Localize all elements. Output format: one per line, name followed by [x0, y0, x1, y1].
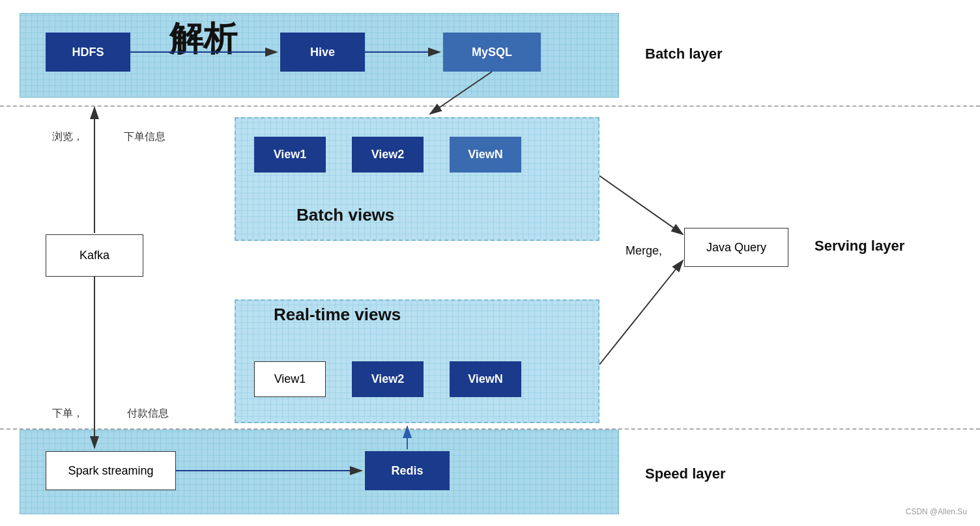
view2-batch-box: View2 [352, 137, 424, 173]
speed-layer-label: Speed layer [645, 465, 726, 482]
svg-line-8 [599, 260, 683, 365]
mysql-box: MySQL [443, 33, 541, 72]
batch-views-background [235, 117, 599, 241]
hive-box: Hive [280, 33, 365, 72]
hdfs-box: HDFS [46, 33, 130, 72]
redis-box: Redis [365, 451, 450, 490]
payment-label: 付款信息 [127, 407, 169, 421]
merge-label: Merge, [626, 244, 662, 258]
view1-realtime-box: View1 [254, 361, 326, 397]
serving-layer-label: Serving layer [814, 238, 904, 255]
viewN-batch-box: ViewN [450, 137, 521, 173]
batch-layer-label: Batch layer [645, 46, 723, 62]
view2-realtime-box: View2 [352, 361, 424, 397]
spark-streaming-box: Spark streaming [46, 451, 176, 490]
kafka-box: Kafka [46, 234, 143, 277]
order-bottom-label: 下单， [52, 407, 83, 421]
bottom-divider [0, 428, 980, 430]
browse-label: 浏览， [52, 130, 83, 144]
realtime-views-label: Real-time views [274, 305, 401, 325]
jiexi-title: 解析 [169, 16, 237, 62]
viewN-realtime-box: ViewN [450, 361, 521, 397]
batch-views-label: Batch views [296, 205, 394, 225]
order-top-label: 下单信息 [124, 130, 166, 144]
java-query-box: Java Query [684, 228, 788, 267]
view1-batch-box: View1 [254, 137, 326, 173]
diagram-container: 解析 HDFS Hive MySQL View1 View2 ViewN Kaf… [0, 0, 980, 526]
svg-line-7 [599, 176, 683, 234]
top-divider [0, 105, 980, 107]
watermark: CSDN @Allen.Su [906, 507, 967, 516]
